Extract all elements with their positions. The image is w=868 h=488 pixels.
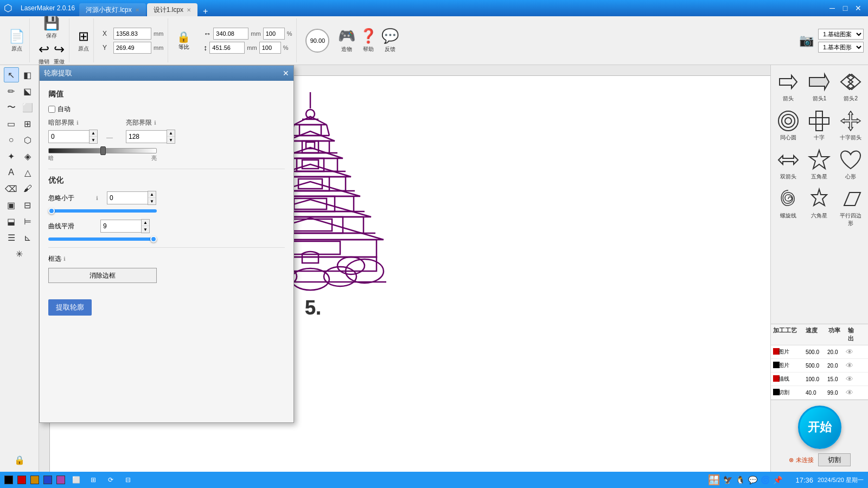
remove-frame-button[interactable]: 消除边框: [48, 268, 157, 283]
gradient-thumb[interactable]: [100, 146, 106, 155]
dark-boundary-up[interactable]: ▲: [90, 130, 97, 137]
list-tool[interactable]: ☰: [4, 230, 19, 245]
copy-tool[interactable]: ⊞: [87, 473, 100, 486]
text-tool[interactable]: A: [4, 165, 19, 180]
taskbar-app-3[interactable]: 💬: [748, 476, 757, 484]
color-black[interactable]: [4, 476, 13, 484]
bright-boundary-input[interactable]: [126, 130, 167, 143]
ignore-slider[interactable]: [48, 209, 157, 213]
taskbar-app-1[interactable]: 🦅: [723, 476, 732, 484]
eraser-tool[interactable]: ⌫: [4, 181, 19, 196]
shape-star5[interactable]: 五角星: [805, 145, 835, 183]
shape-parallelogram[interactable]: 平行四边形: [835, 184, 866, 230]
dark-boundary-input[interactable]: [48, 130, 89, 143]
ignore-thumb[interactable]: [48, 208, 55, 214]
shape-arrow1[interactable]: 箭头1: [805, 67, 835, 105]
windows-start-icon[interactable]: 🪟: [708, 474, 720, 486]
bright-boundary-down[interactable]: ▼: [167, 137, 175, 143]
color-red[interactable]: [17, 476, 26, 484]
table-tool[interactable]: ⊟: [20, 197, 35, 213]
curve-smooth-input[interactable]: [100, 220, 141, 233]
diamond-tool[interactable]: ◈: [20, 149, 35, 164]
shape-cross[interactable]: 十字: [805, 106, 835, 144]
row4-visibility-icon[interactable]: 👁: [846, 388, 853, 397]
cut-button[interactable]: 切割: [818, 453, 851, 466]
equal-ratio-lock[interactable]: 🔒 等比: [173, 30, 195, 51]
start-button[interactable]: 开始: [798, 406, 841, 449]
extract-contour-button[interactable]: 提取轮廓: [48, 299, 92, 316]
fill-tool[interactable]: ▣: [4, 197, 19, 213]
lock-tool[interactable]: 🔒: [12, 452, 27, 467]
shape-edit-tool[interactable]: ⬕: [20, 84, 35, 99]
shape-concentric[interactable]: 同心圆: [773, 106, 803, 144]
select-tool[interactable]: ↖: [4, 67, 19, 82]
curve-tool[interactable]: 〜: [4, 100, 19, 115]
tab-file2-close[interactable]: ✕: [187, 7, 191, 13]
height-pct-input[interactable]: [259, 42, 281, 54]
tab-add-button[interactable]: +: [199, 7, 212, 16]
paint-tool[interactable]: 🖌: [20, 181, 35, 196]
triangle-tool[interactable]: △: [20, 165, 35, 180]
connect-status[interactable]: ⊗ 未连接: [789, 456, 814, 464]
sparkle-tool[interactable]: ✳: [12, 246, 27, 261]
measure-tool[interactable]: ⊾: [20, 230, 35, 245]
select-box-tool[interactable]: ⬜: [69, 473, 82, 486]
tab-file1[interactable]: 河源小夜灯.lcpx ✕: [79, 3, 146, 16]
curve-thumb[interactable]: [150, 236, 157, 242]
ignore-down[interactable]: ▼: [148, 198, 156, 204]
dark-boundary-down[interactable]: ▼: [90, 137, 97, 143]
rotate-circle[interactable]: 90.00: [305, 29, 329, 53]
minimize-button[interactable]: ─: [827, 3, 838, 14]
save-button[interactable]: 💾 保存: [43, 16, 60, 40]
origin-button[interactable]: ⊞ 原点: [78, 29, 89, 53]
grid-tool[interactable]: ⊞: [20, 116, 35, 131]
shape-spiral[interactable]: 螺旋线: [773, 184, 803, 230]
ignore-small-input[interactable]: [107, 191, 148, 204]
taskbar-app-4[interactable]: 🌀: [761, 476, 770, 484]
shape-star6[interactable]: 六角星: [805, 184, 835, 230]
shape-arrow2[interactable]: 箭头2: [835, 67, 866, 105]
taskbar-app-5[interactable]: 📌: [773, 476, 782, 484]
row1-eye[interactable]: 👁: [844, 346, 857, 357]
shape-type-select[interactable]: 1.基本图形: [818, 42, 864, 53]
curve-down[interactable]: ▼: [142, 226, 149, 233]
tab-file2[interactable]: 设计1.lcpx ✕: [147, 3, 197, 16]
shape-arrow[interactable]: 箭头: [773, 67, 803, 105]
maximize-button[interactable]: □: [840, 3, 851, 14]
feedback-button[interactable]: 💬 反馈: [381, 28, 399, 53]
node-tool[interactable]: ◧: [20, 67, 35, 82]
y-input[interactable]: [113, 42, 151, 54]
shape-cross-arrow[interactable]: 十字箭头: [835, 106, 866, 144]
pen-tool[interactable]: ✏: [4, 84, 19, 99]
file-button[interactable]: 📄 原点: [9, 29, 25, 53]
dialog-close-button[interactable]: ✕: [283, 69, 289, 78]
material-button[interactable]: 🎮 造物: [338, 28, 355, 53]
shape-category-select[interactable]: 1.基础图案: [818, 29, 864, 40]
width-input[interactable]: [213, 28, 248, 40]
row4-eye[interactable]: 👁: [844, 387, 857, 398]
row3-eye[interactable]: 👁: [844, 374, 857, 384]
taskbar-app-2[interactable]: 🐧: [736, 476, 745, 484]
color-blue[interactable]: [43, 476, 52, 484]
shape-double-arrow[interactable]: 双箭头: [773, 145, 803, 183]
polygon-tool[interactable]: ⬡: [20, 132, 35, 147]
row2-visibility-icon[interactable]: 👁: [846, 361, 853, 370]
curve-slider[interactable]: [48, 237, 157, 241]
layers-tool[interactable]: ⬓: [4, 214, 19, 229]
circle-tool[interactable]: ○: [4, 132, 19, 147]
bright-boundary-up[interactable]: ▲: [167, 130, 175, 137]
shape-heart[interactable]: 心形: [835, 145, 866, 183]
row3-visibility-icon[interactable]: 👁: [846, 375, 853, 383]
row2-eye[interactable]: 👁: [844, 360, 857, 371]
ignore-up[interactable]: ▲: [148, 191, 156, 198]
height-input[interactable]: [209, 42, 245, 54]
width-pct-input[interactable]: [263, 28, 285, 40]
grid-view-tool[interactable]: ⊟: [122, 473, 135, 486]
auto-checkbox[interactable]: [48, 106, 55, 113]
x-input[interactable]: [113, 28, 151, 40]
color-orange[interactable]: [30, 476, 39, 484]
flip-tool[interactable]: ⟳: [104, 473, 117, 486]
threshold-slider[interactable]: [48, 148, 157, 153]
camera-view-icon[interactable]: 📷: [799, 34, 814, 48]
close-button[interactable]: ✕: [853, 3, 864, 14]
